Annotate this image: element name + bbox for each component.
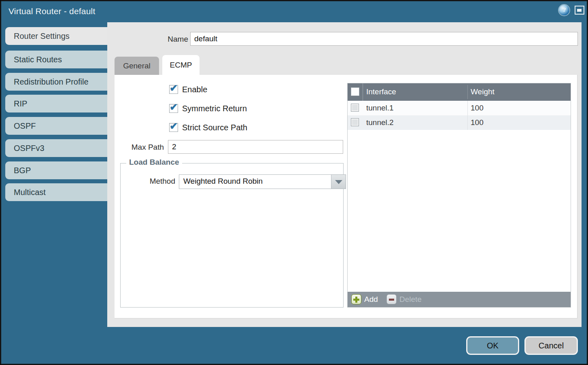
row-checkbox[interactable] [351,104,359,112]
symmetric-return-checkbox[interactable]: ✔ [169,104,178,113]
check-icon: ✔ [170,83,178,94]
max-path-label: Max Path [119,143,164,152]
delete-button: Delete [386,294,423,305]
restore-icon[interactable] [575,6,584,15]
interface-cell: tunnel.1 [366,104,394,112]
dialog-title: Virtual Router - default [8,6,96,16]
titlebar: Virtual Router - default ? [1,1,587,22]
interface-table: Interface Weight tunnel.1 100 tunnel.2 1… [347,83,571,308]
name-input[interactable] [190,32,578,46]
virtual-router-dialog: Virtual Router - default ? Router Settin… [0,0,588,365]
table-header: Interface Weight [348,83,571,101]
sidebar-item-router-settings[interactable]: Router Settings [5,27,107,45]
sidebar-item-redistribution-profile[interactable]: Redistribution Profile [5,73,107,91]
help-icon[interactable]: ? [559,5,569,15]
enable-label: Enable [182,85,207,94]
check-icon: ✔ [170,121,178,132]
ok-button[interactable]: OK [466,336,519,355]
sidebar: Router Settings Static Routes Redistribu… [1,22,107,364]
column-header-interface[interactable]: Interface [366,87,396,96]
table-row[interactable]: tunnel.1 100 [348,101,571,115]
content-area: Name General ECMP ✔ Enable ✔ Symmetric R… [107,22,582,327]
sidebar-item-ospfv3[interactable]: OSPFv3 [5,139,107,157]
sidebar-item-ospf[interactable]: OSPF [5,117,107,135]
symmetric-return-label: Symmetric Return [182,104,247,113]
sidebar-item-bgp[interactable]: BGP [5,161,107,179]
weight-cell: 100 [471,104,484,112]
method-value: Weighted Round Robin [183,177,263,186]
plus-icon [351,294,361,304]
load-balance-group: Load Balance Method Weighted Round Robin [120,163,344,308]
interface-cell: tunnel.2 [366,118,394,127]
row-checkbox[interactable] [351,118,359,126]
method-dropdown[interactable]: Weighted Round Robin [179,174,346,189]
strict-source-path-label: Strict Source Path [182,123,247,132]
add-button[interactable]: Add [351,294,384,305]
max-path-input[interactable] [168,140,343,154]
table-footer: Add Delete [348,292,571,307]
check-icon: ✔ [170,102,178,113]
column-header-weight[interactable]: Weight [471,87,495,96]
minus-icon [386,294,397,304]
tab-general[interactable]: General [115,57,159,75]
table-row[interactable]: tunnel.2 100 [348,115,571,130]
ecmp-panel: ✔ Enable ✔ Symmetric Return ✔ Strict Sou… [115,75,577,318]
sidebar-item-multicast[interactable]: Multicast [5,183,107,201]
strict-source-path-checkbox[interactable]: ✔ [169,123,178,132]
load-balance-legend: Load Balance [126,158,182,167]
chevron-down-icon[interactable] [331,175,346,189]
tab-ecmp[interactable]: ECMP [162,55,200,75]
cancel-button[interactable]: Cancel [524,336,578,355]
sidebar-item-rip[interactable]: RIP [5,95,107,112]
weight-cell: 100 [471,118,484,127]
method-label: Method [137,177,175,186]
enable-checkbox[interactable]: ✔ [169,85,178,94]
name-label: Name [146,35,188,44]
sidebar-item-static-routes[interactable]: Static Routes [5,51,107,68]
select-all-checkbox[interactable] [351,87,359,96]
